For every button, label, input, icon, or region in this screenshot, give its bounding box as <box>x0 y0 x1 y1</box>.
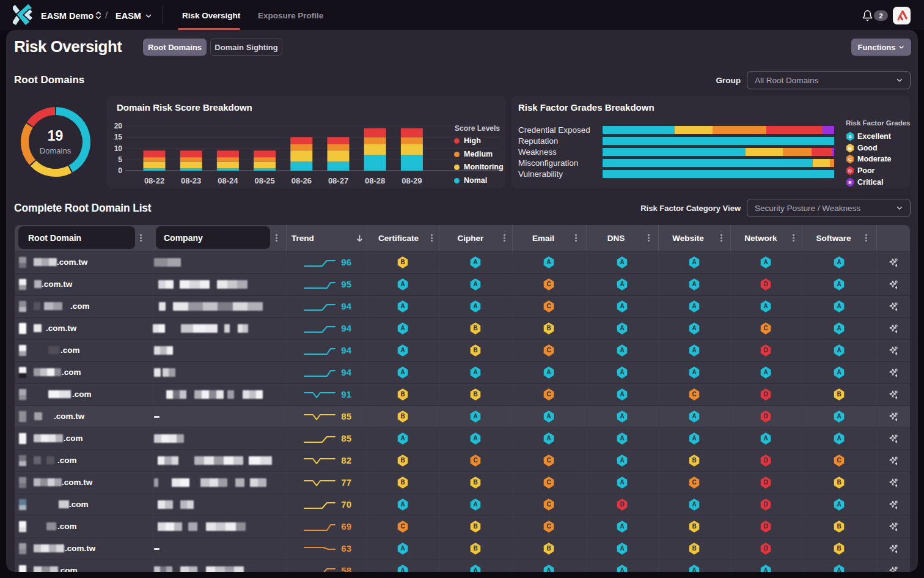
svg-text:0: 0 <box>118 166 122 175</box>
svg-text:08-24: 08-24 <box>218 176 238 185</box>
svg-text:08-27: 08-27 <box>328 176 348 185</box>
svg-text:08-28: 08-28 <box>365 176 385 185</box>
svg-text:08-25: 08-25 <box>254 176 274 185</box>
svg-text:15: 15 <box>114 133 123 141</box>
svg-text:10: 10 <box>114 144 123 153</box>
svg-text:08-29: 08-29 <box>402 176 422 185</box>
svg-text:08-23: 08-23 <box>181 176 201 185</box>
svg-text:08-22: 08-22 <box>144 176 164 185</box>
svg-text:20: 20 <box>114 122 123 130</box>
svg-text:5: 5 <box>118 155 122 164</box>
svg-text:08-26: 08-26 <box>292 176 312 185</box>
